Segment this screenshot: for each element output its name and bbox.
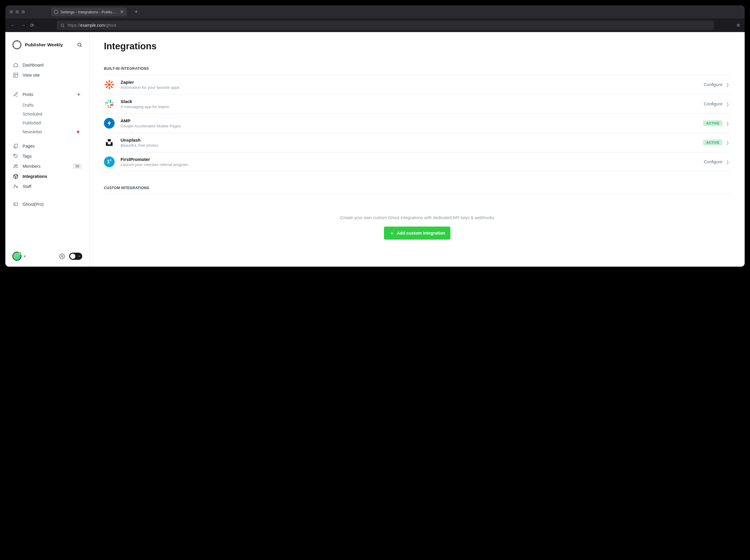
sidebar-item-scheduled[interactable]: Scheduled (10, 109, 85, 118)
sidebar-item-newsletter[interactable]: Newsletter (10, 127, 85, 136)
svg-rect-18 (109, 87, 110, 89)
firstpromoter-icon: 1P (104, 157, 115, 167)
brand[interactable]: Publisher Weekly (5, 40, 89, 49)
sidebar-item-label: Dashboard (23, 63, 44, 67)
reload-button[interactable]: ⟳ (30, 23, 34, 28)
svg-point-8 (14, 155, 15, 155)
integration-row-amp[interactable]: AMP Google Accelerated Mobile Pages ACTI… (104, 114, 730, 133)
active-badge: ACTIVE (703, 120, 723, 126)
add-custom-integration-button[interactable]: ＋ Add custom integration (384, 226, 451, 240)
sidebar-item-drafts[interactable]: Drafts (10, 101, 85, 109)
svg-line-3 (80, 46, 81, 47)
forward-button[interactable]: → (20, 22, 25, 28)
tab-title: Settings - Integrations - Publis… (61, 10, 116, 14)
edit-icon (13, 92, 18, 97)
tab-close-icon[interactable]: ✕ (120, 9, 124, 15)
theme-toggle[interactable]: ☀ (69, 253, 82, 260)
url-text: https://example.com/ghost (68, 23, 116, 27)
svg-rect-26 (105, 102, 108, 103)
main-content: Integrations Built-in integrations Zapie… (90, 32, 745, 267)
search-icon (60, 23, 65, 27)
svg-point-11 (14, 185, 16, 186)
window-maximize-dot[interactable] (21, 10, 25, 14)
builtin-section-label: Built-in integrations (104, 66, 730, 71)
integration-row-slack[interactable]: Slack A messaging app for teams Configur… (104, 95, 730, 114)
chevron-right-icon: ❯ (726, 102, 729, 106)
back-button[interactable]: ← (10, 22, 16, 28)
integration-row-unsplash[interactable]: Unsplash Beautiful, free photos ACTIVE ❯ (104, 133, 730, 152)
url-bar[interactable]: https://example.com/ghost (57, 20, 714, 30)
home-icon (13, 62, 18, 68)
svg-point-0 (61, 24, 64, 26)
svg-rect-20 (112, 84, 114, 85)
tag-icon (13, 154, 18, 159)
sidebar-item-pages[interactable]: Pages (10, 141, 85, 151)
svg-point-14 (15, 204, 15, 205)
builtin-integrations-list: Zapier Automation for your favorite apps… (104, 75, 730, 172)
integration-row-zapier[interactable]: Zapier Automation for your favorite apps… (104, 75, 730, 95)
svg-rect-22 (106, 86, 108, 88)
unsplash-icon (104, 137, 115, 148)
svg-rect-4 (14, 73, 18, 77)
settings-button[interactable] (59, 253, 65, 259)
svg-point-10 (16, 164, 18, 166)
sidebar-search-icon[interactable] (77, 42, 82, 47)
add-button-label: Add custom integration (397, 231, 445, 236)
integration-desc: A messaging app for teams (121, 104, 704, 109)
members-count-badge: 36 (73, 164, 82, 169)
svg-point-31 (109, 106, 111, 108)
page-title: Integrations (104, 41, 730, 52)
svg-rect-23 (106, 81, 108, 84)
toggle-knob-icon (70, 254, 76, 259)
svg-point-32 (112, 102, 113, 103)
new-tab-button[interactable]: + (135, 9, 138, 15)
sidebar-item-view-site[interactable]: View site (10, 70, 85, 80)
slack-icon (104, 99, 115, 109)
integration-row-firstpromoter[interactable]: 1P FirstPromoter Launch your member refe… (104, 152, 730, 172)
plus-icon: ＋ (389, 229, 394, 237)
amp-icon (104, 118, 115, 128)
browser-menu-icon[interactable]: ≡ (737, 22, 740, 28)
integration-name: AMP (121, 118, 703, 123)
layout-icon (13, 73, 18, 78)
svg-rect-21 (110, 81, 113, 84)
svg-point-2 (78, 43, 81, 46)
avatar-icon (13, 252, 21, 261)
sidebar-item-ghostpro[interactable]: Ghost(Pro) (10, 199, 85, 209)
svg-rect-19 (104, 84, 107, 85)
chevron-right-icon: ❯ (726, 160, 729, 164)
sidebar-item-members[interactable]: Members 36 (10, 161, 85, 171)
sidebar-item-staff[interactable]: Staff (10, 181, 85, 192)
sidebar-item-posts[interactable]: Posts ＋ (10, 88, 85, 101)
svg-rect-24 (110, 86, 113, 88)
svg-rect-28 (110, 104, 114, 105)
svg-rect-33 (108, 139, 111, 142)
box-icon (13, 174, 18, 179)
browser-tab[interactable]: Settings - Integrations - Publis… ✕ (51, 7, 127, 16)
active-badge: ACTIVE (703, 140, 723, 145)
sidebar-item-label: Pages (23, 144, 35, 148)
sidebar-item-integrations[interactable]: Integrations (10, 171, 85, 181)
sidebar-item-label: View site (23, 73, 40, 78)
new-post-button[interactable]: ＋ (76, 90, 82, 98)
sidebar-item-label: Staff (23, 184, 32, 189)
copy-icon (13, 143, 18, 149)
user-menu-button[interactable]: ▾ (13, 252, 25, 261)
browser-titlebar: Settings - Integrations - Publis… ✕ + (5, 5, 745, 18)
svg-point-9 (14, 164, 16, 166)
chevron-right-icon: ❯ (726, 121, 729, 126)
sidebar-item-published[interactable]: Published (10, 118, 85, 127)
tab-favicon-icon (54, 10, 58, 14)
sidebar-item-label: Posts (23, 92, 33, 97)
integration-desc: Beautiful, free photos (121, 143, 703, 147)
notification-dot-icon (77, 131, 79, 133)
sidebar-item-dashboard[interactable]: Dashboard (10, 60, 85, 70)
svg-point-16 (108, 83, 110, 86)
zapier-icon (104, 79, 115, 90)
card-icon (13, 202, 18, 207)
sidebar-item-label: Members (23, 164, 40, 169)
sidebar-item-tags[interactable]: Tags (10, 151, 85, 161)
sidebar-footer: ▾ ☀ (5, 252, 89, 261)
window-minimize-dot[interactable] (16, 10, 19, 14)
window-close-dot[interactable] (9, 10, 13, 14)
